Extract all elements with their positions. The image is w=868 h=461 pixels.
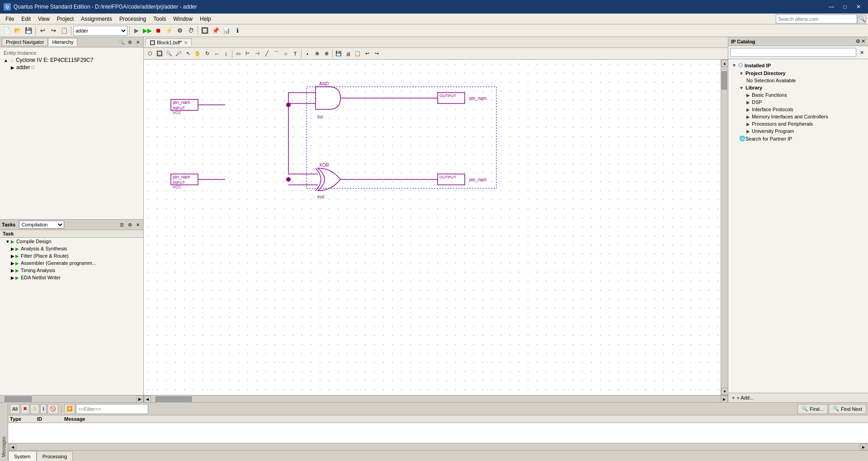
tasks-scroll-right[interactable]: ▶ <box>136 395 143 402</box>
project-nav-tab-label[interactable]: Project Navigator <box>2 38 48 46</box>
sch-save[interactable]: 💾 <box>334 49 343 58</box>
task-analysis-synthesis[interactable]: ▶ ▶ Analysis & Synthesis <box>0 245 143 252</box>
project-nav-tab-hierarchy[interactable]: Hierarchy <box>48 38 77 46</box>
ip-installed-ip[interactable]: ▼ ⬡ Installed IP <box>730 61 866 70</box>
ip-catalog-close-icon[interactable]: ✕ <box>861 38 865 44</box>
toolbar-redo[interactable]: ↪ <box>48 26 58 36</box>
ip-search-input[interactable] <box>730 48 856 57</box>
sch-zoom-fit[interactable]: 🔲 <box>155 49 164 58</box>
sch-node[interactable]: • <box>303 49 312 58</box>
msg-tab-system[interactable]: System <box>8 451 37 461</box>
minimize-button[interactable]: — <box>826 2 837 11</box>
ip-catalog-settings-icon[interactable]: ⚙ <box>856 38 860 44</box>
schematic-canvas[interactable]: pin_nam INPUT VCC pin_nam INPUT VCC <box>144 60 721 395</box>
ip-dsp[interactable]: ▶ DSP <box>730 99 866 106</box>
toolbar-signaltap[interactable]: 📊 <box>222 26 231 36</box>
tasks-view-icon[interactable]: ☰ <box>118 221 125 228</box>
search-altera-button[interactable]: 🔍 <box>857 14 866 24</box>
tasks-close-icon[interactable]: ✕ <box>134 221 142 228</box>
menu-view[interactable]: View <box>34 14 53 24</box>
menu-help[interactable]: Help <box>196 14 215 24</box>
sch-text[interactable]: T <box>291 49 300 58</box>
toolbar-open[interactable]: 📂 <box>13 26 23 36</box>
bottom-hscrollbar[interactable]: ◀ ▶ <box>8 443 868 450</box>
sch-hand-tool[interactable]: ✋ <box>193 49 202 58</box>
ip-memory-interfaces[interactable]: ▶ Memory Interfaces and Controllers <box>730 113 866 120</box>
toolbar-start-compile[interactable]: ▶▶ <box>142 26 152 36</box>
bottom-hscroll-right[interactable]: ▶ <box>860 444 867 450</box>
task-fitter[interactable]: ▶ ▶ Fitter (Place & Route) <box>0 252 143 259</box>
sch-vscroll-up[interactable]: ▲ <box>721 60 728 67</box>
tasks-settings-icon[interactable]: ⚙ <box>126 221 133 228</box>
toolbar-new[interactable]: 📄 <box>2 26 12 36</box>
msg-filter-icon[interactable]: 🔽 <box>64 404 75 414</box>
sch-pin[interactable]: ⊗ <box>322 49 331 58</box>
close-button[interactable]: ✕ <box>853 2 864 11</box>
sch-rectangle[interactable]: ▭ <box>234 49 243 58</box>
sch-copy-block[interactable]: 📋 <box>353 49 362 58</box>
sch-vscrollbar[interactable]: ▲ ▼ <box>721 60 728 395</box>
sch-redo[interactable]: ↪ <box>372 49 381 58</box>
menu-assignments[interactable]: Assignments <box>77 14 116 24</box>
msg-filter-all[interactable]: System All <box>10 404 20 414</box>
schematic-tab-close[interactable]: ✕ <box>184 40 188 45</box>
toolbar-pinout[interactable]: 📌 <box>211 26 221 36</box>
ip-basic-functions[interactable]: ▶ Basic Functions <box>730 91 866 99</box>
ip-search-partner[interactable]: 🌐 Search for Partner IP <box>730 135 866 142</box>
msg-filter-input[interactable] <box>76 404 148 414</box>
sch-symbol[interactable]: ⊕ <box>312 49 321 58</box>
sch-flip-v[interactable]: ↕ <box>222 49 231 58</box>
menu-file[interactable]: File <box>2 14 18 24</box>
toolbar-save[interactable]: 💾 <box>24 26 33 36</box>
tasks-combo[interactable]: Compilation <box>19 221 64 229</box>
toolbar-timing[interactable]: ⏱ <box>186 26 196 36</box>
project-selector[interactable]: adder <box>73 26 127 36</box>
tasks-scrollbar-h[interactable]: ▶ <box>0 395 143 402</box>
tree-item-cyclone[interactable]: ▲ ⚠ Cyclone IV E: EP4CE115F29C7 <box>2 56 142 64</box>
sch-zoom-out[interactable]: 🔎 <box>174 49 183 58</box>
sch-arrow-tool[interactable]: ↖ <box>184 49 193 58</box>
message-content[interactable] <box>8 423 868 443</box>
sch-line[interactable]: ╱ <box>262 49 271 58</box>
toolbar-info[interactable]: ℹ <box>232 26 242 36</box>
maximize-button[interactable]: □ <box>839 2 851 11</box>
sch-flip-h[interactable]: ↔ <box>212 49 221 58</box>
toolbar-compile[interactable]: ▶ <box>132 26 142 36</box>
sch-hscroll-right[interactable]: ▶ <box>721 395 728 402</box>
toolbar-copy[interactable]: 📋 <box>59 26 69 36</box>
find-button[interactable]: 🔍 Find... <box>797 404 828 414</box>
task-assembler[interactable]: ▶ ▶ Assembler (Generate programm... <box>0 259 143 267</box>
toolbar-stop[interactable]: ⏹ <box>153 26 163 36</box>
menu-edit[interactable]: Edit <box>18 14 34 24</box>
menu-project[interactable]: Project <box>53 14 77 24</box>
sch-print[interactable]: 🖨 <box>344 49 353 58</box>
ip-project-directory[interactable]: ▼ Project Directory <box>730 70 866 77</box>
pn-settings-icon[interactable]: ⚙ <box>126 38 133 46</box>
sch-zoom-in[interactable]: 🔍 <box>165 49 174 58</box>
ip-library[interactable]: ▼ Library <box>730 84 866 91</box>
menu-processing[interactable]: Processing <box>116 14 150 24</box>
sch-wire[interactable]: ⊢ <box>243 49 252 58</box>
sch-bus[interactable]: ⊣ <box>253 49 262 58</box>
toolbar-undo[interactable]: ↩ <box>38 26 47 36</box>
sch-arc[interactable]: ⌒ <box>272 49 281 58</box>
bottom-hscroll-left[interactable]: ◀ <box>9 444 16 450</box>
task-compile-design[interactable]: ▼ ▶ Compile Design <box>0 238 143 245</box>
sch-hscrollbar[interactable]: ◀ ▶ <box>144 395 728 402</box>
task-timing[interactable]: ▶ ▶ Timing Analysis <box>0 267 143 274</box>
msg-filter-info[interactable]: ℹ <box>40 404 47 414</box>
sch-hscroll-left[interactable]: ◀ <box>144 395 151 402</box>
schematic-tab[interactable]: 🔲 Block1.bdf* ✕ <box>146 38 192 46</box>
toolbar-fitter[interactable]: ⚙ <box>175 26 185 36</box>
find-next-button[interactable]: 🔍 Find Next <box>829 404 866 414</box>
msg-filter-suppress[interactable]: 🚫 <box>47 404 58 414</box>
sch-select-tool[interactable]: ⬡ <box>146 49 155 58</box>
ip-search-clear-button[interactable]: ✕ <box>857 48 866 57</box>
pn-close-icon[interactable]: ✕ <box>134 38 142 46</box>
tree-item-adder[interactable]: ▶ adder ⬡ <box>2 64 142 71</box>
msg-filter-error[interactable]: ✖ <box>21 404 29 414</box>
sch-hscroll-thumb[interactable] <box>156 396 192 402</box>
msg-filter-warning[interactable]: ⚠ <box>30 404 39 414</box>
menu-tools[interactable]: Tools <box>150 14 170 24</box>
ip-university-program[interactable]: ▶ University Program <box>730 127 866 135</box>
